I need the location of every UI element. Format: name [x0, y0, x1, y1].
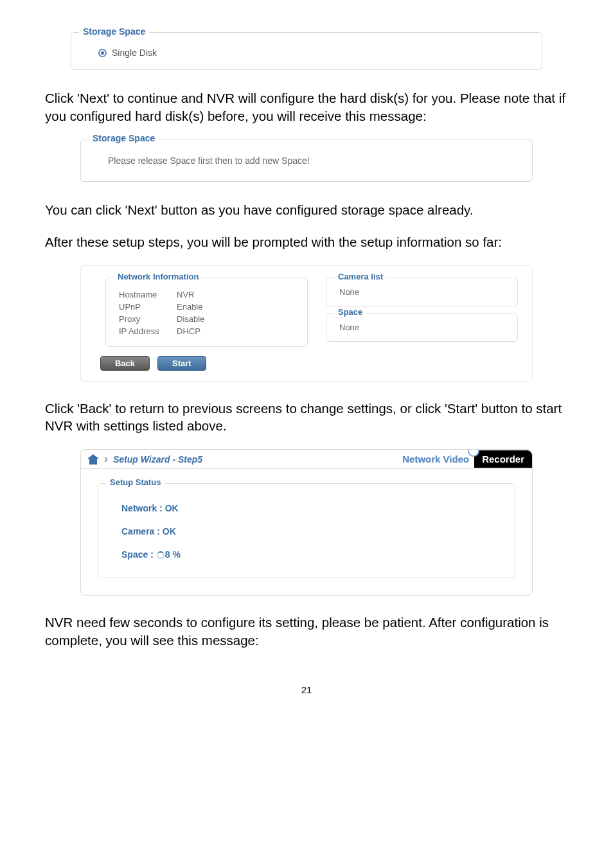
paragraph-2: You can click 'Next' button as you have …: [45, 201, 568, 219]
paragraph-1: Click 'Next' to continue and NVR will co…: [45, 89, 568, 125]
kv-ipaddress: IP Address DHCP: [119, 326, 294, 336]
space-legend: Space: [334, 307, 366, 317]
wizard-header: › Setup Wizard - Step5 Network Video Rec…: [81, 450, 532, 469]
upnp-val: Enable: [177, 302, 202, 312]
proxy-val: Disable: [177, 314, 204, 324]
ipaddress-val: DHCP: [177, 326, 200, 336]
storage-space-legend-1: Storage Space: [79, 26, 149, 37]
kv-proxy: Proxy Disable: [119, 314, 294, 324]
network-information-box: Network Information Hostname NVR UPnP En…: [105, 278, 308, 347]
kv-upnp: UPnP Enable: [119, 302, 294, 312]
status-space-prefix: Space :: [121, 549, 156, 560]
summary-panel: Network Information Hostname NVR UPnP En…: [80, 265, 533, 382]
paragraph-4: Click 'Back' to return to previous scree…: [45, 400, 568, 435]
storage-space-box-2: Storage Space Please release Space first…: [80, 139, 533, 182]
start-button[interactable]: Start: [157, 356, 206, 371]
single-disk-radio-row[interactable]: Single Disk: [84, 42, 529, 58]
release-space-message: Please release Space first then to add n…: [94, 149, 519, 170]
kv-hostname: Hostname NVR: [119, 290, 294, 299]
camera-list-box: Camera list None: [326, 278, 518, 306]
camera-list-legend: Camera list: [334, 272, 387, 281]
storage-space-legend-2: Storage Space: [89, 133, 159, 143]
brand-logo: Network Video Recorder: [397, 450, 532, 468]
hostname-key: Hostname: [119, 290, 177, 299]
spinner-icon: [157, 551, 164, 559]
setup-status-box: Setup Status Network : OK Camera : OK Sp…: [98, 483, 515, 578]
storage-space-box-1: Storage Space Single Disk: [71, 32, 542, 70]
hostname-val: NVR: [177, 290, 194, 299]
upnp-key: UPnP: [119, 302, 177, 312]
breadcrumb-title: Setup Wizard - Step5: [113, 454, 202, 465]
radio-icon[interactable]: [98, 49, 107, 57]
status-camera: Camera : OK: [121, 526, 498, 536]
chevron-right-icon: ›: [103, 452, 109, 466]
proxy-key: Proxy: [119, 314, 177, 324]
back-button[interactable]: Back: [100, 356, 150, 371]
ipaddress-key: IP Address: [119, 326, 177, 336]
space-box: Space None: [326, 313, 518, 342]
page-number: 21: [45, 684, 568, 695]
single-disk-label: Single Disk: [112, 48, 157, 58]
space-value: None: [339, 323, 504, 332]
status-network: Network : OK: [121, 503, 498, 513]
camera-list-value: None: [339, 287, 504, 297]
status-space: Space : 8 %: [121, 549, 498, 560]
network-information-legend: Network Information: [114, 272, 202, 281]
home-icon[interactable]: [87, 454, 99, 465]
paragraph-3: After these setup steps, you will be pro…: [45, 233, 568, 251]
setup-status-legend: Setup Status: [106, 477, 164, 487]
setup-wizard-panel: › Setup Wizard - Step5 Network Video Rec…: [80, 449, 533, 596]
paragraph-5: NVR need few seconds to configure its se…: [45, 614, 568, 649]
status-space-pct: 8 %: [165, 549, 181, 560]
